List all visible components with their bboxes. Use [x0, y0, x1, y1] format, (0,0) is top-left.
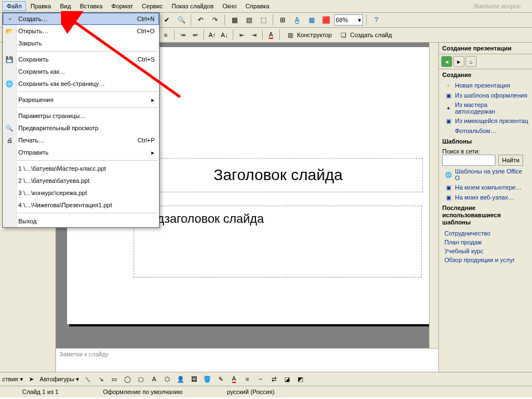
home-icon[interactable]: ⌂: [466, 56, 477, 67]
redo-icon[interactable]: ↷: [209, 14, 221, 26]
menu-edit[interactable]: Правка: [26, 1, 55, 11]
numbering-icon[interactable]: ≕: [190, 30, 200, 40]
grid-icon[interactable]: ▦: [305, 14, 318, 26]
help-icon[interactable]: ?: [370, 14, 382, 26]
menu-file[interactable]: Файл: [2, 1, 26, 11]
chart-icon[interactable]: ▦: [228, 14, 241, 26]
link-on-websites[interactable]: ▣На моих веб-узлах…: [439, 192, 532, 202]
textbox-icon[interactable]: ▢: [136, 374, 146, 384]
menu-item-label: Сохранить: [18, 56, 49, 63]
zoom-combo[interactable]: 68%▾: [334, 14, 363, 25]
recent-2[interactable]: План продаж: [439, 238, 532, 247]
link-office-online[interactable]: 🌐Шаблоны на узле Office O: [439, 167, 532, 182]
file-menu-item[interactable]: ▫Создать…Ctrl+N: [3, 13, 159, 25]
dash-style-icon[interactable]: ┄: [255, 374, 265, 384]
search-input[interactable]: [442, 155, 495, 166]
align-left-icon[interactable]: ≡: [161, 30, 171, 40]
show-formatting-icon[interactable]: A̲: [291, 14, 303, 26]
arrow-icon[interactable]: ↘: [96, 374, 106, 384]
font-color-icon[interactable]: A: [229, 374, 239, 384]
spellcheck-icon[interactable]: ✔: [161, 14, 173, 26]
file-menu-item[interactable]: 🌐Сохранить как веб-страницу…: [3, 78, 159, 90]
oval-icon[interactable]: ◯: [122, 374, 132, 384]
picture-icon[interactable]: 🖼: [189, 374, 199, 384]
submenu-arrow-icon: ▸: [151, 96, 155, 104]
fill-color-icon[interactable]: 🪣: [202, 374, 212, 384]
menu-item-label: Параметры страницы…: [18, 112, 86, 119]
file-menu-item[interactable]: 📂Открыть…Ctrl+O: [3, 25, 159, 37]
line-icon[interactable]: ＼: [83, 374, 93, 384]
globe-icon: 🌐: [444, 171, 452, 178]
file-menu-item[interactable]: Разрешения▸: [3, 94, 159, 106]
expand-icon[interactable]: ⊞: [277, 14, 289, 26]
link-photo-album[interactable]: Фотоальбом…: [439, 126, 532, 136]
increase-indent-icon[interactable]: ⇥: [249, 30, 259, 40]
link-from-wizard[interactable]: ✦Из мастера автосодержан: [439, 100, 532, 116]
file-menu-item[interactable]: 💾СохранитьCtrl+S: [3, 53, 159, 65]
rectangle-icon[interactable]: ▭: [109, 374, 119, 384]
file-menu-item[interactable]: Сохранить как…: [3, 65, 159, 78]
recent-1[interactable]: Сотрудничество: [439, 229, 532, 238]
menu-view[interactable]: Вид: [55, 1, 75, 11]
menu-insert[interactable]: Вставка: [75, 1, 107, 11]
arrow-style-icon[interactable]: ⇄: [269, 374, 279, 384]
line-color-icon[interactable]: ✎: [216, 374, 226, 384]
shadow-icon[interactable]: ◪: [282, 374, 292, 384]
actions-menu[interactable]: ствия ▾: [2, 376, 23, 383]
menu-help[interactable]: Справка: [241, 1, 274, 11]
file-menu-item[interactable]: 1 \…\батуева\Мастер-класс.ppt: [3, 162, 159, 175]
file-menu-item[interactable]: Закрыть: [3, 37, 159, 49]
font-color-icon[interactable]: A: [266, 30, 276, 40]
table-icon[interactable]: ▤: [243, 14, 255, 26]
ask-question-box[interactable]: Введите вопрос: [474, 3, 532, 9]
menu-format[interactable]: Формат: [107, 1, 137, 11]
vertical-scrollbar[interactable]: [429, 43, 438, 348]
increase-font-icon[interactable]: A↑: [207, 30, 217, 40]
file-menu-item[interactable]: 🖨Печать…Ctrl+P: [3, 134, 159, 146]
notes-pane[interactable]: Заметки к слайду: [56, 348, 438, 372]
title-placeholder[interactable]: Заголовок слайда: [134, 158, 423, 192]
menu-tools[interactable]: Сервис: [137, 1, 167, 11]
file-menu-item[interactable]: Параметры страницы…: [3, 110, 159, 122]
file-menu-item[interactable]: 2 \…\батуева\батуева.ppt: [3, 175, 159, 187]
link-from-existing[interactable]: ▣Из имеющейся презентац: [439, 116, 532, 126]
pointer-icon[interactable]: ➤: [27, 374, 37, 384]
link-new-presentation[interactable]: ▫Новая презентация: [439, 80, 532, 90]
diagram-icon[interactable]: ⬡: [162, 374, 172, 384]
file-menu-item[interactable]: 3 \…\конкурс\сережа.ppt: [3, 187, 159, 199]
research-icon[interactable]: 🔍: [175, 14, 187, 26]
search-button[interactable]: Найти: [498, 155, 523, 166]
file-menu-item[interactable]: Отправить▸: [3, 146, 159, 158]
menu-item-label: 3 \…\конкурс\сережа.ppt: [18, 190, 87, 196]
3d-icon[interactable]: ◩: [295, 374, 305, 384]
bullets-icon[interactable]: ≔: [178, 30, 188, 40]
autoshapes-menu[interactable]: Автофигуры ▾: [40, 376, 80, 383]
color-icon[interactable]: 🟥: [320, 14, 332, 26]
clipart-icon[interactable]: 👤: [176, 374, 186, 384]
file-menu-item[interactable]: 🔍Предварительный просмотр: [3, 122, 159, 134]
task-pane: Создание презентации ◄ ► ⌂ Создание ▫Нов…: [438, 43, 532, 372]
link-on-computer[interactable]: ▣На моем компьютере…: [439, 182, 532, 192]
back-icon[interactable]: ◄: [441, 56, 452, 67]
undo-icon[interactable]: ↶: [195, 14, 207, 26]
subtitle-placeholder[interactable]: Подзаголовок слайда: [134, 206, 422, 278]
hyperlink-icon[interactable]: ⬚: [257, 14, 269, 26]
new-slide-button[interactable]: ❏Создать слайд: [336, 29, 394, 40]
menu-window[interactable]: Окно: [218, 1, 242, 11]
recent-3[interactable]: Учебный курс: [439, 247, 532, 255]
decrease-indent-icon[interactable]: ⇤: [237, 30, 247, 40]
template-icon: ▣: [444, 91, 452, 99]
decrease-font-icon[interactable]: A↓: [219, 30, 229, 40]
line-style-icon[interactable]: ≡: [242, 374, 252, 384]
file-menu-item[interactable]: Выход: [3, 215, 159, 227]
recent-4[interactable]: Обзор продукции и услуг: [439, 255, 532, 264]
file-menu-item[interactable]: 4 \…\Чижегова\Презентация1.ppt: [3, 199, 159, 211]
forward-icon[interactable]: ►: [453, 56, 464, 67]
menu-item-label: Предварительный просмотр: [18, 125, 99, 131]
menu-slideshow[interactable]: Показ слайдов: [167, 1, 218, 11]
link-from-template[interactable]: ▣Из шаблона оформления: [439, 90, 532, 100]
designer-button[interactable]: ▥Конструктор: [283, 29, 334, 40]
wordart-icon[interactable]: A: [149, 374, 159, 384]
web-icon: 🌐: [5, 79, 14, 88]
section-templates: Шаблоны: [439, 136, 532, 147]
